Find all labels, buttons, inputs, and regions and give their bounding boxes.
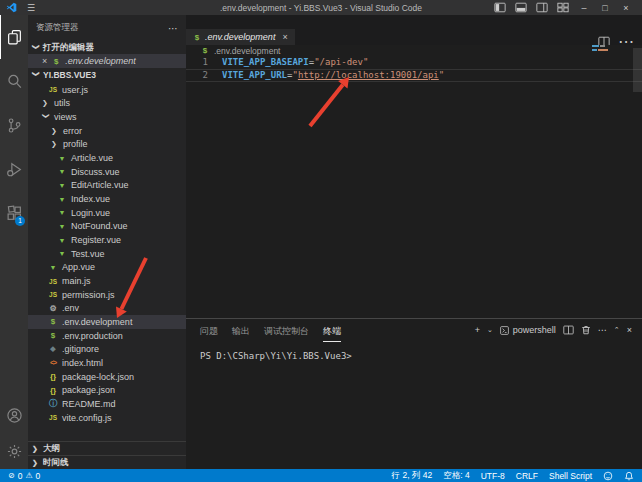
tree-item-register-vue[interactable]: ▼Register.vue (28, 233, 186, 247)
kill-terminal-trash-icon[interactable] (581, 325, 591, 335)
tree-item-error[interactable]: ❯error (28, 124, 186, 138)
panel-tab-调试控制台[interactable]: 调试控制台 (264, 325, 309, 342)
tree-item-utils[interactable]: ❯utils (28, 97, 186, 111)
shell-file-icon: $ (193, 33, 201, 42)
url-link[interactable]: http://localhost:19001/api (298, 70, 439, 82)
maximize-button[interactable]: □ (599, 3, 611, 13)
status-item[interactable]: Shell Script (549, 471, 592, 481)
code-area[interactable]: 1VITE_APP_BASEAPI="/api-dev"2VITE_APP_UR… (186, 57, 642, 318)
run-debug-icon[interactable] (0, 147, 28, 191)
feedback-smiley-icon[interactable] (603, 471, 613, 481)
toggle-sidebar-icon[interactable] (494, 2, 506, 13)
tab-env-development[interactable]: $ .env.development × (186, 29, 295, 45)
tree-item-label: .gitignore (62, 344, 99, 354)
toggle-secondary-sidebar-icon[interactable] (536, 2, 548, 13)
split-terminal-icon[interactable] (563, 325, 574, 335)
error-count: 0 (18, 471, 23, 481)
tree-item-test-vue[interactable]: ▼Test.vue (28, 247, 186, 261)
gear-file-icon: ⚙ (48, 304, 58, 313)
tree-item-profile[interactable]: ❯profile (28, 138, 186, 152)
vscode-logo-icon (6, 2, 17, 13)
panel-more-actions-icon[interactable]: ⋯ (598, 325, 607, 335)
menu-hamburger-icon[interactable]: ☰ (27, 3, 35, 13)
toggle-panel-icon[interactable] (515, 2, 527, 13)
extensions-icon[interactable]: 1 (0, 191, 28, 235)
status-item[interactable]: UTF-8 (481, 471, 505, 481)
tree-item-login-vue[interactable]: ▼Login.vue (28, 206, 186, 220)
tree-item-index-html[interactable]: <>index.html (28, 356, 186, 370)
editor-scrollbar[interactable] (633, 48, 642, 92)
tree-item-main-js[interactable]: JSmain.js (28, 274, 186, 288)
tree-item-permission-js[interactable]: JSpermission.js (28, 288, 186, 302)
extensions-badge: 1 (15, 216, 25, 226)
tree-item-vite-config-js[interactable]: JSvite.config.js (28, 411, 186, 425)
close-panel-icon[interactable]: × (627, 325, 632, 335)
more-actions-icon[interactable]: ⋯ (168, 23, 178, 34)
close-editor-icon[interactable]: × (42, 56, 47, 66)
timeline-section[interactable]: ❯ 时间线 (28, 455, 186, 469)
tree-item-views[interactable]: ❯views (28, 110, 186, 124)
new-terminal-icon[interactable]: + (475, 325, 480, 335)
chevron-right-icon: ❯ (32, 459, 40, 467)
account-icon[interactable] (0, 397, 28, 433)
tree-item-label: App.vue (62, 262, 95, 272)
workspace-header[interactable]: ❯ YI.BBS.VUE3 (28, 68, 186, 81)
tree-item-notfound-vue[interactable]: ▼NotFound.vue (28, 220, 186, 234)
chevron-down-icon: ❯ (42, 113, 50, 121)
source-control-icon[interactable] (0, 103, 28, 147)
maximize-panel-icon[interactable]: ⌃ (614, 326, 620, 334)
minimap[interactable] (592, 45, 614, 52)
open-editor-item[interactable]: × $ .env.development (28, 54, 186, 68)
tree-item-label: README.md (62, 399, 116, 409)
minimize-button[interactable]: – (578, 3, 590, 13)
customize-layout-icon[interactable] (557, 2, 569, 13)
tree-item--gitignore[interactable]: ◆.gitignore (28, 342, 186, 356)
code-line-2[interactable]: 2VITE_APP_URL="http://localhost:19001/ap… (186, 69, 642, 83)
close-tab-icon[interactable]: × (282, 32, 287, 42)
close-window-button[interactable]: × (620, 3, 632, 13)
json-file-icon: {} (48, 386, 58, 395)
tree-item-discuss-vue[interactable]: ▼Discuss.vue (28, 165, 186, 179)
tree-item-article-vue[interactable]: ▼Article.vue (28, 151, 186, 165)
terminal-shell-label: powershell (513, 325, 556, 335)
shell-file-icon: $ (200, 46, 210, 55)
tree-item--env-development[interactable]: $.env.development (28, 315, 186, 329)
code-line-1[interactable]: 1VITE_APP_BASEAPI="/api-dev" (186, 57, 642, 69)
tree-item-app-vue[interactable]: ▼App.vue (28, 261, 186, 275)
explorer-icon[interactable] (0, 15, 28, 59)
warning-icon: ⚠ (25, 471, 32, 480)
panel-tab-终端[interactable]: 终端 (323, 325, 341, 342)
search-icon[interactable] (0, 59, 28, 103)
terminal-output[interactable]: PS D:\CSharp\Yi\Yi.BBS.Vue3> (186, 342, 642, 361)
shell-file-icon: $ (48, 331, 58, 340)
tree-item-user-js[interactable]: JSuser.js (28, 83, 186, 97)
terminal-dropdown-icon[interactable]: ⌄ (487, 326, 493, 334)
tree-item--env-production[interactable]: $.env.production (28, 329, 186, 343)
tree-item-label: Register.vue (71, 235, 121, 245)
settings-gear-icon[interactable] (0, 433, 28, 469)
panel-tab-问题[interactable]: 问题 (200, 325, 218, 342)
notifications-bell-icon[interactable] (624, 471, 634, 481)
open-editors-header[interactable]: ❯ 打开的编辑器 (28, 41, 186, 54)
breadcrumb[interactable]: $ .env.development (186, 45, 642, 56)
tree-item-package-json[interactable]: {}package.json (28, 383, 186, 397)
tab-bar: $ .env.development × (186, 15, 642, 45)
terminal-instance[interactable]: powershell (500, 325, 556, 335)
tree-item-package-lock-json[interactable]: {}package-lock.json (28, 370, 186, 384)
status-item[interactable]: 行 2, 列 42 (392, 470, 433, 482)
panel-tab-输出[interactable]: 输出 (232, 325, 250, 342)
tree-item-label: permission.js (62, 290, 115, 300)
vue-file-icon: ▼ (57, 250, 67, 257)
tree-item-editarticle-vue[interactable]: ▼EditArticle.vue (28, 179, 186, 193)
status-item[interactable]: 空格: 4 (443, 470, 469, 482)
tree-item-readme-md[interactable]: ⓘREADME.md (28, 397, 186, 411)
problems-status[interactable]: ⊘ 0 ⚠ 0 (8, 471, 40, 481)
tree-item-label: .env (62, 303, 79, 313)
vue-file-icon: ▼ (57, 196, 67, 203)
outline-section[interactable]: ❯ 大纲 (28, 441, 186, 455)
tree-item-index-vue[interactable]: ▼Index.vue (28, 192, 186, 206)
tree-item-label: Discuss.vue (71, 167, 120, 177)
tree-item-label: package-lock.json (62, 372, 134, 382)
status-item[interactable]: CRLF (516, 471, 538, 481)
tree-item--env[interactable]: ⚙.env (28, 302, 186, 316)
